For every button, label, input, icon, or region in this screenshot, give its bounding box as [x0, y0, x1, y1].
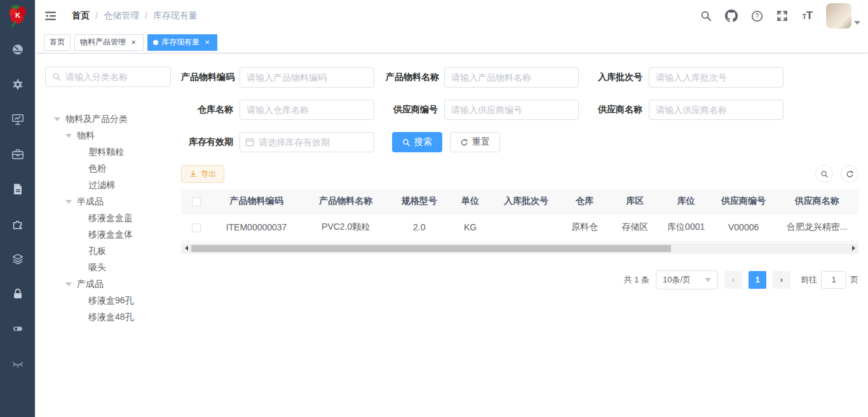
page-number-1[interactable]: 1: [749, 271, 766, 289]
tab-home[interactable]: 首页: [44, 34, 71, 51]
refresh-icon: [846, 170, 854, 178]
scroll-left-button[interactable]: [181, 243, 191, 254]
scroll-right-button[interactable]: [848, 243, 858, 254]
column-header: 产品物料编码: [212, 189, 301, 213]
tree-node-box-lid[interactable]: 移液盒盒盖: [45, 210, 171, 227]
table-row[interactable]: ITEM00000037 PVC2.0颗粒 2.0 KG 原料仓 存储区 库位0…: [181, 213, 858, 241]
cell-supplier-name: 合肥龙兴精密...: [775, 213, 858, 241]
fullscreen-button[interactable]: [771, 0, 793, 32]
expiry-date-input[interactable]: [259, 137, 360, 147]
page-unit-label: 页: [850, 274, 858, 286]
column-header: 库区: [609, 189, 660, 213]
rail-item-hidden[interactable]: [0, 346, 35, 381]
tree-node-box-96[interactable]: 移液盒96孔: [45, 293, 171, 309]
font-size-button[interactable]: TT: [797, 0, 818, 32]
rail-item-plugin[interactable]: [0, 206, 35, 241]
item-code-input[interactable]: [240, 67, 374, 88]
batch-no-input[interactable]: [649, 67, 783, 88]
column-header: 入库批次号: [492, 189, 559, 213]
cell-item-code: ITEM00000037: [212, 213, 301, 241]
tab-label: 物料产品管理: [80, 37, 126, 48]
rail-item-toggle[interactable]: [0, 311, 35, 346]
refresh-table-button[interactable]: [841, 165, 858, 183]
next-page-button[interactable]: ›: [773, 271, 790, 289]
row-checkbox[interactable]: [192, 223, 201, 232]
rail-item-documents[interactable]: [0, 171, 35, 206]
caret-down-icon[interactable]: [65, 282, 72, 286]
flower-logo-icon: K: [7, 4, 29, 27]
warehouse-name-input[interactable]: [240, 100, 374, 120]
breadcrumb-separator: /: [95, 11, 98, 21]
arrow-left-icon: ‹: [732, 275, 735, 284]
rail-item-toolbox[interactable]: [0, 136, 35, 171]
breadcrumb: 首页 / 仓储管理 / 库存现有量: [72, 10, 198, 22]
breadcrumb-item-home[interactable]: 首页: [72, 10, 90, 22]
sidebar-collapse-button[interactable]: [35, 0, 67, 32]
select-all-checkbox[interactable]: [192, 197, 201, 206]
tree-node-material[interactable]: 物料: [45, 128, 171, 144]
briefcase-icon: [11, 147, 25, 161]
category-search-box: [45, 67, 171, 87]
toggle-icon: [11, 322, 25, 336]
tree-node-semi-finished[interactable]: 半成品: [45, 194, 171, 210]
rail-item-settings[interactable]: [0, 67, 35, 102]
caret-down-icon[interactable]: [54, 117, 60, 121]
supplier-name-input[interactable]: [649, 100, 783, 120]
tree-node-pigment[interactable]: 色粉: [45, 161, 171, 177]
tab-inventory-onhand[interactable]: 库存现有量 ×: [147, 34, 217, 51]
tree-node-filter-cotton[interactable]: 过滤棉: [45, 177, 171, 194]
tree-node-plastic-pellets[interactable]: 塑料颗粒: [45, 144, 171, 161]
tree-node-finished[interactable]: 产成品: [45, 276, 171, 293]
github-link[interactable]: [721, 0, 742, 32]
filter-row-3: 库存有效期 搜索 重置: [181, 132, 858, 152]
tree-node-label: 色粉: [88, 163, 106, 175]
filter-label: 库存有效期: [181, 136, 240, 148]
tree-node-label: 半成品: [77, 196, 104, 208]
scrollbar-track[interactable]: [191, 243, 848, 254]
goto-page-input[interactable]: [821, 271, 846, 289]
tree-node-label: 移液盒盒体: [88, 229, 133, 241]
supplier-code-input[interactable]: [444, 100, 579, 120]
layers-icon: [11, 252, 25, 266]
tree-node-well-plate[interactable]: 孔板: [45, 243, 171, 260]
export-button[interactable]: 导出: [181, 165, 224, 183]
rail-item-monitor[interactable]: [0, 102, 35, 136]
toggle-search-button[interactable]: [815, 165, 833, 183]
cell-area: 存储区: [609, 213, 660, 241]
scrollbar-thumb[interactable]: [191, 245, 671, 252]
header-search-button[interactable]: [695, 0, 717, 32]
caret-down-icon[interactable]: [65, 200, 72, 204]
user-menu[interactable]: [826, 3, 860, 29]
breadcrumb-separator: /: [145, 11, 147, 21]
cell-warehouse: 原料仓: [560, 213, 609, 241]
page-size-select[interactable]: 10条/页: [656, 270, 718, 289]
column-header: 供应商编号: [712, 189, 775, 213]
rail-item-dashboard[interactable]: [0, 32, 35, 67]
tree-node-tip[interactable]: 吸头: [45, 260, 171, 276]
arrow-left-icon: [185, 246, 188, 251]
search-button[interactable]: 搜索: [392, 132, 442, 152]
tab-material-management[interactable]: 物料产品管理 ×: [74, 34, 144, 51]
tree-node-label: 过滤棉: [88, 180, 115, 191]
expiry-date-picker[interactable]: [240, 132, 374, 152]
tree-node-box-body[interactable]: 移液盒盒体: [45, 227, 171, 243]
tree-node-root[interactable]: 物料及产品分类: [45, 111, 171, 128]
avatar[interactable]: [826, 3, 851, 29]
help-button[interactable]: ?: [746, 0, 768, 32]
app-logo[interactable]: K: [0, 0, 35, 32]
rail-item-security[interactable]: [0, 276, 35, 311]
select-all-cell: [181, 189, 212, 213]
prev-page-button[interactable]: ‹: [724, 271, 742, 289]
rail-item-layers[interactable]: [0, 241, 35, 276]
reset-button[interactable]: 重置: [450, 132, 500, 152]
category-tree: 物料及产品分类 物料 塑料颗粒 色粉 过滤棉 半成品 移液盒盒盖 移液盒盒体 孔…: [45, 111, 171, 326]
item-name-input[interactable]: [444, 67, 579, 88]
close-icon[interactable]: ×: [203, 38, 212, 47]
caret-down-icon[interactable]: [65, 134, 72, 138]
close-icon[interactable]: ×: [129, 38, 138, 47]
export-button-label: 导出: [201, 169, 216, 180]
tree-node-box-48[interactable]: 移液盒48孔: [45, 309, 171, 326]
category-search-input[interactable]: [65, 72, 161, 82]
search-button-label: 搜索: [414, 136, 432, 148]
tree-node-label: 塑料颗粒: [88, 147, 124, 158]
